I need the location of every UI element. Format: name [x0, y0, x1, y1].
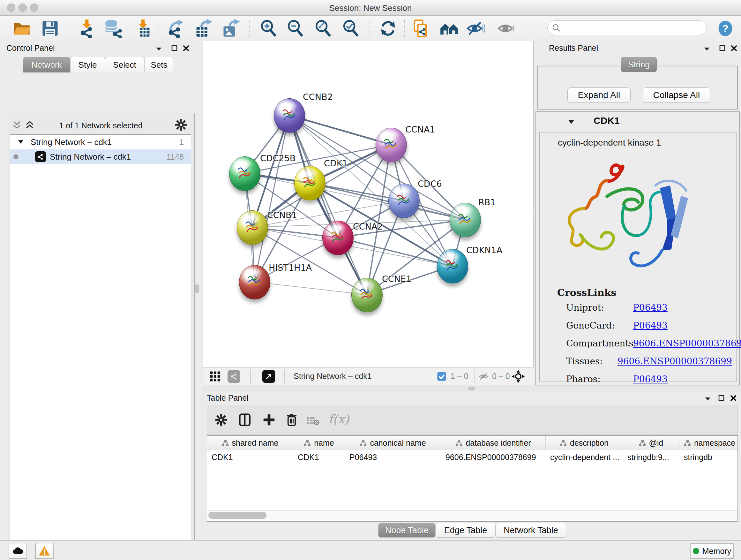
hidden-count: 0 – 0: [492, 372, 510, 381]
network-tree: String Network – cdk1 1 String Network –…: [10, 134, 191, 560]
maximize-panel-icon[interactable]: [719, 45, 726, 52]
clone-network-icon[interactable]: [411, 19, 430, 38]
tab-string[interactable]: String: [621, 57, 657, 72]
hide-selected-icon[interactable]: [466, 19, 485, 38]
close-panel-icon[interactable]: [730, 395, 737, 401]
network-node-cdk1[interactable]: [294, 166, 326, 200]
table-cell[interactable]: stringdb: [679, 450, 738, 464]
crosslink-link[interactable]: 9606.ENSP00000378699: [617, 356, 732, 367]
horizontal-splitter-grip[interactable]: [468, 387, 475, 390]
node-table[interactable]: shared namenamecanonical namedatabase id…: [207, 435, 738, 522]
zoom-fit-icon[interactable]: [314, 19, 333, 38]
column-header-shared-name[interactable]: shared name: [207, 436, 293, 450]
network-canvas[interactable]: CCNB2 CCNA1 CDC25B CDK1 CDC6 RB1 CCNB1 C…: [203, 41, 533, 367]
memory-button[interactable]: Memory: [690, 543, 734, 559]
expand-all-button[interactable]: Expand All: [567, 87, 630, 103]
tab-sets[interactable]: Sets: [144, 57, 174, 72]
column-header-canonical-name[interactable]: canonical name: [345, 436, 441, 450]
network-node-ccnb2[interactable]: [274, 98, 305, 133]
table-cell[interactable]: CDK1: [293, 450, 345, 464]
save-session-icon[interactable]: [41, 19, 60, 38]
status-bar: Memory: [0, 540, 741, 560]
warnings-button[interactable]: [35, 543, 54, 559]
show-all-icon[interactable]: [496, 19, 516, 38]
export-image-icon[interactable]: [221, 19, 241, 38]
export-table-icon[interactable]: [194, 19, 213, 38]
crosslink-link[interactable]: 9606.ENSP00000378699: [633, 338, 741, 349]
selected-checkbox-icon[interactable]: [437, 372, 447, 381]
cloud-button[interactable]: [9, 543, 27, 559]
search-input[interactable]: [563, 23, 702, 33]
collapse-all-button[interactable]: Collapse All: [643, 87, 711, 103]
import-network-icon[interactable]: [77, 19, 96, 38]
bottombar-separator: [284, 369, 285, 383]
close-panel-icon[interactable]: [183, 45, 190, 52]
network-node-cdkn1a[interactable]: [437, 249, 468, 284]
float-panel-icon[interactable]: [704, 395, 711, 402]
network-node-ccna1[interactable]: [376, 128, 407, 162]
column-header-database-identifier[interactable]: database identifier: [441, 436, 546, 450]
help-icon[interactable]: ?: [718, 20, 733, 37]
network-row-selected[interactable]: String Network – cdk1 11 48: [10, 149, 191, 164]
column-header-name[interactable]: name: [293, 436, 345, 450]
table-cell[interactable]: stringdb:9...: [623, 450, 679, 464]
column-header-description[interactable]: description: [546, 436, 623, 450]
import-network-from-database-icon[interactable]: [104, 19, 123, 38]
delete-table-icon: [307, 416, 320, 426]
crosslink-link[interactable]: P06493: [633, 374, 668, 384]
export-network-icon[interactable]: [165, 19, 185, 38]
column-header-label: @id: [649, 438, 664, 448]
search-box[interactable]: [547, 20, 707, 35]
import-table-icon[interactable]: [133, 19, 152, 38]
close-panel-icon[interactable]: [731, 45, 738, 52]
zoom-in-icon[interactable]: [259, 19, 278, 38]
column-header--id[interactable]: @id: [623, 436, 679, 450]
birds-eye-view-icon[interactable]: [262, 370, 275, 383]
show-columns-icon[interactable]: [238, 413, 252, 427]
float-panel-icon[interactable]: [155, 45, 162, 52]
network-collection-row[interactable]: String Network – cdk1 1: [10, 135, 191, 149]
tab-network-table[interactable]: Network Table: [495, 523, 566, 538]
tab-style[interactable]: Style: [70, 57, 105, 72]
table-hscrollbar[interactable]: [207, 510, 738, 520]
tab-select[interactable]: Select: [105, 57, 144, 72]
network-node-cdc6[interactable]: [388, 184, 420, 218]
tree-expand-icon[interactable]: [18, 140, 23, 144]
first-neighbors-icon[interactable]: [440, 19, 459, 38]
maximize-panel-icon[interactable]: [718, 395, 725, 401]
network-icon-button[interactable]: [227, 370, 240, 383]
refresh-icon[interactable]: [379, 19, 398, 38]
title-bar: Session: New Session: [0, 0, 741, 16]
table-options-gear-icon[interactable]: [215, 414, 227, 426]
tab-edge-table[interactable]: Edge Table: [435, 523, 495, 538]
entry-collapse-icon[interactable]: [568, 120, 575, 125]
network-node-hist1h1a[interactable]: [239, 265, 270, 300]
open-session-icon[interactable]: [12, 19, 31, 38]
network-options-gear-icon[interactable]: [175, 118, 187, 131]
network-node-ccna2[interactable]: [322, 221, 354, 255]
table-cell[interactable]: CDK1: [207, 450, 293, 464]
grid-view-icon[interactable]: [210, 371, 220, 382]
zoom-selected-icon[interactable]: [341, 19, 360, 38]
crosshair-icon[interactable]: [512, 370, 525, 383]
network-node-ccne1[interactable]: [351, 278, 383, 312]
table-cell[interactable]: P06493: [345, 450, 441, 464]
tab-node-table[interactable]: Node Table: [378, 523, 435, 538]
network-node-ccnb1[interactable]: [237, 210, 268, 245]
create-column-icon[interactable]: [262, 413, 276, 427]
network-node-cdc25b[interactable]: [229, 157, 260, 191]
table-cell[interactable]: 9606.ENSP00000378699: [441, 450, 546, 464]
delete-column-icon[interactable]: [285, 413, 298, 427]
tab-network[interactable]: Network: [23, 57, 70, 72]
crosslink-link[interactable]: P06493: [633, 302, 668, 313]
network-node-rb1[interactable]: [450, 203, 481, 237]
zoom-out-icon[interactable]: [286, 19, 305, 38]
column-header-namespace[interactable]: namespace: [679, 436, 738, 450]
crosslink-link[interactable]: P06493: [633, 320, 668, 331]
float-panel-icon[interactable]: [703, 45, 711, 52]
search-icon: [552, 23, 560, 32]
table-hscrollbar-thumb[interactable]: [208, 512, 266, 519]
left-splitter-grip[interactable]: [195, 284, 199, 293]
maximize-panel-icon[interactable]: [171, 45, 178, 52]
table-cell[interactable]: cyclin-dependent ...: [546, 450, 623, 464]
